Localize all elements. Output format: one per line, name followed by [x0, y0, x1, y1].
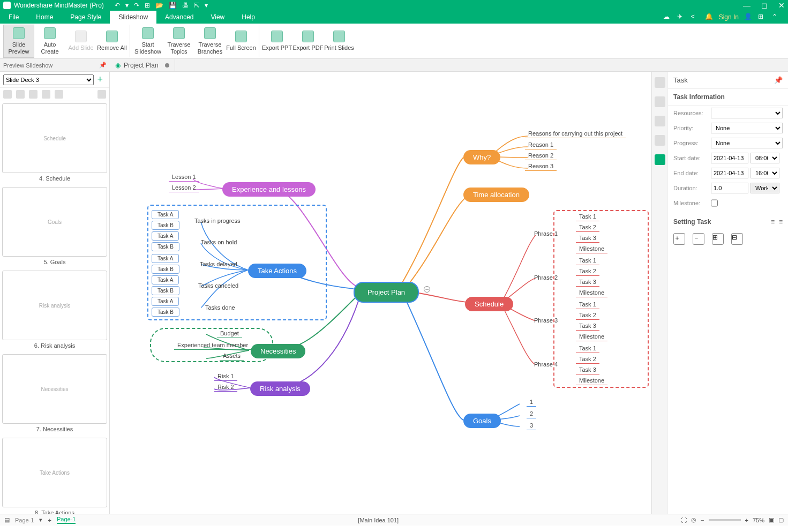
leaf[interactable]: Task 1 [576, 301, 599, 309]
undo-dd-icon[interactable]: ▾ [125, 2, 129, 9]
decktool-2[interactable] [16, 90, 25, 99]
leaf[interactable]: Milestone [576, 245, 607, 253]
phrase-label[interactable]: Phrase 2 [534, 274, 558, 281]
setting-icon-a[interactable]: ≡ [771, 218, 775, 226]
milestone-checkbox[interactable] [711, 198, 718, 208]
print-icon[interactable]: 🖶 [182, 2, 189, 9]
slide-preview-button[interactable]: Slide Preview [3, 25, 34, 58]
phrase-label[interactable]: Phrase 1 [534, 230, 558, 237]
leaf[interactable]: Task 2 [576, 356, 599, 364]
tool-icon-3[interactable] [655, 116, 665, 126]
share-icon[interactable]: < [691, 13, 700, 21]
decktool-3[interactable] [29, 90, 37, 99]
leaf[interactable]: Task A [152, 275, 179, 284]
tab-file[interactable]: File [0, 11, 27, 24]
phrase-label[interactable]: Phrase 4 [534, 361, 558, 368]
phrase-label[interactable]: Phrase 3 [534, 317, 558, 324]
new-icon[interactable]: ⊞ [145, 2, 150, 9]
setting-btn-4[interactable]: ⊟ [731, 233, 743, 245]
node-necessities[interactable]: Necessities [251, 344, 305, 358]
decktool-1[interactable] [3, 90, 12, 99]
mid-label[interactable]: Tasks on hold [201, 239, 237, 245]
leaf[interactable]: Task A [152, 210, 179, 219]
leaf[interactable]: Task 1 [576, 257, 599, 265]
node-experience[interactable]: Experience and lessons [222, 182, 316, 197]
tab-help[interactable]: Help [233, 11, 264, 24]
start-slideshow-button[interactable]: Start Slideshow [132, 25, 163, 58]
leaf[interactable]: Task 3 [576, 366, 599, 374]
tab-view[interactable]: View [202, 11, 233, 24]
end-date-input[interactable] [711, 168, 748, 178]
document-tab[interactable]: ◉ Project Plan [110, 59, 175, 71]
resources-select[interactable] [711, 108, 783, 118]
node-risk[interactable]: Risk analysis [250, 381, 310, 396]
export-ppt-button[interactable]: Export PPT [261, 25, 292, 58]
center-node[interactable]: Project Plan [354, 282, 419, 303]
page-dd-icon[interactable]: ▾ [39, 516, 42, 523]
minimize-icon[interactable]: — [743, 1, 751, 10]
decktool-6[interactable] [97, 90, 106, 99]
leaf[interactable]: Task 1 [576, 345, 599, 353]
tab-slideshow[interactable]: Slideshow [110, 11, 156, 24]
export-icon[interactable]: ⇱ [194, 2, 199, 9]
leaf[interactable]: Milestone [576, 377, 607, 385]
export-pdf-button[interactable]: Export PDF [292, 25, 324, 58]
mid-label[interactable]: Tasks done [205, 304, 235, 311]
fit-icon[interactable]: ⛶ [681, 517, 687, 523]
start-date-input[interactable] [711, 153, 748, 163]
leaf[interactable]: Task 3 [576, 323, 599, 331]
mindmap-canvas[interactable]: Project Plan − Experience and lessons Le… [110, 72, 651, 514]
duration-unit-select[interactable]: Workday [751, 183, 779, 193]
zoom-fit-page-icon[interactable]: ▣ [769, 516, 774, 523]
setting-btn-1[interactable]: ＋ [673, 233, 685, 245]
zoom-out-icon[interactable]: − [701, 517, 704, 523]
leaf[interactable]: Lesson 1 [169, 174, 199, 182]
end-time-select[interactable]: 16:00 [751, 168, 779, 178]
leaf[interactable]: Assets [220, 353, 244, 361]
leaf[interactable]: Risk 2 [214, 384, 237, 392]
start-time-select[interactable]: 08:00 [751, 153, 779, 163]
tab-home[interactable]: Home [27, 11, 62, 24]
leaf[interactable]: Reason 2 [525, 152, 557, 160]
slide-thumb[interactable]: Schedule [2, 103, 107, 173]
slide-thumb[interactable]: Goals [2, 187, 107, 257]
add-page-icon[interactable]: + [48, 517, 51, 523]
leaf[interactable]: Task 2 [576, 312, 599, 320]
send-icon[interactable]: ✈ [677, 13, 686, 21]
setting-btn-2[interactable]: － [693, 233, 704, 245]
node-goals[interactable]: Goals [463, 414, 501, 428]
node-schedule[interactable]: Schedule [465, 297, 513, 311]
progress-select[interactable]: None [711, 138, 783, 148]
remove-all-button[interactable]: Remove All [96, 25, 127, 58]
leaf[interactable]: Task 2 [576, 224, 599, 232]
leaf[interactable]: Lesson 2 [169, 184, 199, 192]
pin-icon[interactable]: 📌 [774, 76, 783, 84]
open-icon[interactable]: 📂 [155, 2, 163, 9]
sign-in-link[interactable]: Sign In [719, 13, 739, 21]
collapse-ribbon-icon[interactable]: ⌃ [772, 13, 781, 21]
task-tool-icon[interactable] [655, 154, 665, 165]
node-time[interactable]: Time allocation [463, 188, 529, 202]
outline-icon[interactable]: ▤ [4, 516, 10, 523]
duration-input[interactable] [711, 183, 748, 193]
print-slides-button[interactable]: Print Slides [324, 25, 355, 58]
leaf[interactable]: Task 3 [576, 279, 599, 287]
leaf[interactable]: Reasons for carrying out this project [525, 130, 626, 138]
leaf[interactable]: Task B [152, 221, 179, 230]
leaf[interactable]: Milestone [576, 333, 607, 341]
leaf[interactable]: Reason 3 [525, 163, 557, 171]
cloud-icon[interactable]: ☁ [663, 13, 672, 21]
undo-icon[interactable]: ↶ [115, 2, 120, 9]
mid-label[interactable]: Tasks in progress [194, 218, 241, 224]
full-screen-button[interactable]: Full Screen [226, 25, 257, 58]
auto-create-button[interactable]: Auto Create [34, 25, 65, 58]
pin-icon[interactable]: 📌 [99, 62, 107, 69]
add-deck-button[interactable]: + [94, 74, 106, 85]
leaf[interactable]: Task 2 [576, 268, 599, 276]
leaf[interactable]: Task B [152, 265, 179, 274]
tool-icon-4[interactable] [655, 135, 665, 146]
node-take-actions[interactable]: Take Actions [248, 264, 306, 278]
leaf[interactable]: Task B [152, 308, 179, 317]
tool-icon-2[interactable] [655, 96, 665, 107]
leaf[interactable]: Risk 1 [214, 373, 237, 381]
